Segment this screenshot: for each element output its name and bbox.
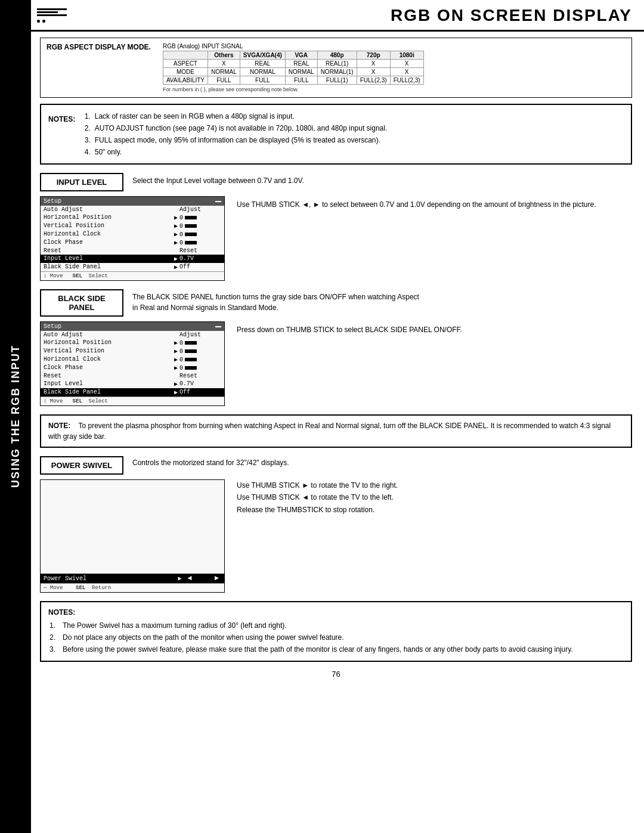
row-value: Reset <box>179 247 221 254</box>
row-arrow: ▶ <box>172 214 179 221</box>
signal-label: RGB (Analog) INPUT SIGNAL <box>163 43 424 49</box>
table-row: MODE NORMAL NORMAL NORMAL NORMAL(1) X X <box>163 68 423 76</box>
osd-footer-text: ↕ Move SEL Select <box>44 273 108 279</box>
note-title: NOTE: <box>48 422 70 430</box>
ps-body-text: Use THUMB STICK ► to rotate the TV to th… <box>237 479 632 516</box>
cell: FULL <box>285 76 317 85</box>
row-value: Adjust <box>179 332 221 338</box>
row-arrow: ▶ <box>172 389 179 396</box>
note-text-4: 50" only. <box>95 147 388 157</box>
bn-text-2: Do not place any objects on the path of … <box>63 632 573 643</box>
aspect-table-body: ASPECT X REAL REAL REAL(1) X X MODE <box>163 60 423 85</box>
note-num-2: 2. <box>85 123 94 134</box>
osd-footer-2: ↕ Move SEL Select <box>41 397 224 405</box>
bar-value: 0 <box>179 339 221 346</box>
aspect-label: RGB ASPECT DISPLAY MODE. <box>47 43 151 51</box>
osd-title-text: Setup <box>44 323 61 330</box>
osd-row-cphase: Clock Phase ▶ 0 <box>41 239 224 247</box>
bar-value: 0 <box>179 348 221 355</box>
osd-title: Setup <box>41 322 224 331</box>
note-text: To prevent the plasma phosphor from burn… <box>48 422 611 441</box>
page-title: RGB ON SCREEN DISPLAY <box>391 6 632 25</box>
cell: FULL <box>208 76 240 85</box>
cell: REAL(1) <box>317 60 357 68</box>
logo-dot-1 <box>37 20 40 23</box>
cell: NORMAL(1) <box>317 68 357 76</box>
logo-line-1 <box>37 8 67 10</box>
black-side-panel-label: BLACK SIDEPANEL <box>40 289 123 317</box>
row-name: Clock Phase <box>44 364 172 371</box>
row-arrow: ▶ <box>172 339 179 346</box>
row-arrow: ▶ <box>172 239 179 246</box>
row-arrow: ▶ <box>172 231 179 238</box>
black-side-panel-section: BLACK SIDEPANEL The BLACK SIDE PANEL fun… <box>40 289 632 406</box>
row-name: Vertical Position <box>44 348 172 355</box>
osd-footer-text-2: ↕ Move SEL Select <box>44 398 108 404</box>
row-arrow: ▶ <box>172 380 179 388</box>
bn-text-1: The Power Swivel has a maximum turning r… <box>63 620 573 631</box>
mini-bar <box>185 358 197 361</box>
black-side-panel-desc: The BLACK SIDE PANEL function turns the … <box>132 289 419 313</box>
row-arrow <box>172 247 179 254</box>
row-value: Off <box>179 264 221 271</box>
aspect-table-header: Others SVGA/XGA(4) VGA 480p 720p 1080i <box>163 51 423 60</box>
ps-menu-label: Power Swivel <box>44 575 178 582</box>
row-arrow <box>172 206 179 213</box>
notes-title: NOTES: <box>48 115 75 123</box>
cell: FULL(1) <box>317 76 357 85</box>
table-row: AVAILABILITY FULL FULL FULL FULL(1) FULL… <box>163 76 423 85</box>
main-content: RGB ON SCREEN DISPLAY RGB ASPECT DISPLAY… <box>31 0 644 833</box>
mini-bar <box>185 366 197 370</box>
aspect-section-inner: RGB ASPECT DISPLAY MODE. RGB (Analog) IN… <box>47 43 626 92</box>
bn-num-2: 2. <box>49 632 61 643</box>
table-row: ASPECT X REAL REAL REAL(1) X X <box>163 60 423 68</box>
cell: FULL(2,3) <box>390 76 423 85</box>
bar-value: 0 <box>179 222 221 230</box>
bottom-notes-table: 1. The Power Swivel has a maximum turnin… <box>48 619 574 656</box>
aspect-table-container: RGB (Analog) INPUT SIGNAL Others SVGA/XG… <box>163 43 424 92</box>
sidebar: USING THE RGB INPUT <box>0 0 31 833</box>
page: USING THE RGB INPUT RGB ON SCREEN DISPLA… <box>0 0 644 833</box>
mini-bar <box>185 233 197 236</box>
col-1080i: 1080i <box>390 51 423 60</box>
bn-num-1: 1. <box>49 620 61 631</box>
cell: NORMAL <box>208 68 240 76</box>
osd-title-text: Setup <box>44 198 61 205</box>
bar-value: 0 <box>179 356 221 363</box>
cell: NORMAL <box>240 68 285 76</box>
bn-text-3: Before using the power swivel feature, p… <box>63 644 573 655</box>
row-name: Vertical Position <box>44 222 172 230</box>
row-mode-label: MODE <box>163 68 208 76</box>
logo-lines <box>37 8 67 16</box>
cell: X <box>390 60 423 68</box>
note-row-2: 2. AUTO ADJUST function (see page 74) is… <box>85 123 388 134</box>
osd-row-input-level-selected: Input Level ▶ 0.7V <box>41 255 224 263</box>
mini-bar <box>185 241 197 244</box>
row-name: Input Level <box>44 255 172 262</box>
col-480p: 480p <box>317 51 357 60</box>
cell: FULL(2,3) <box>357 76 390 85</box>
black-side-panel-osd: Setup Auto Adjust Adjust Horizontal Posi… <box>40 321 225 406</box>
row-name: Black Side Panel <box>44 264 172 271</box>
osd-row-cphase-2: Clock Phase ▶ 0 <box>41 364 224 372</box>
note-num-1: 1. <box>85 111 94 122</box>
col-720p: 720p <box>357 51 390 60</box>
logo-line-3 <box>37 14 67 16</box>
bar-value: 0 <box>179 231 221 238</box>
osd-row-hclock: Horizontal Clock ▶ 0 <box>41 230 224 239</box>
note-text-1: Lack of raster can be seen in RGB when a… <box>95 111 388 122</box>
ps-menu-bottom: Power Swivel ▶ ◄ ► ↔ Move SEL Return <box>41 574 224 592</box>
row-name: Input Level <box>44 380 172 388</box>
ps-footer: ↔ Move SEL Return <box>41 583 224 592</box>
black-side-panel-body: Setup Auto Adjust Adjust Horizontal Posi… <box>40 321 632 406</box>
row-name: Horizontal Position <box>44 339 172 346</box>
ps-diagram: Power Swivel ▶ ◄ ► ↔ Move SEL Return <box>40 479 225 593</box>
bar-value: 0 <box>179 214 221 221</box>
ps-desc: Controls the motorized stand for 32"/42"… <box>132 456 289 467</box>
row-arrow <box>172 332 179 338</box>
cell: FULL <box>240 76 285 85</box>
row-aspect-label: ASPECT <box>163 60 208 68</box>
osd-row-hpos: Horizontal Position ▶ 0 <box>41 213 224 222</box>
row-name: Black Side Panel <box>44 389 172 396</box>
mini-bar <box>185 224 197 228</box>
